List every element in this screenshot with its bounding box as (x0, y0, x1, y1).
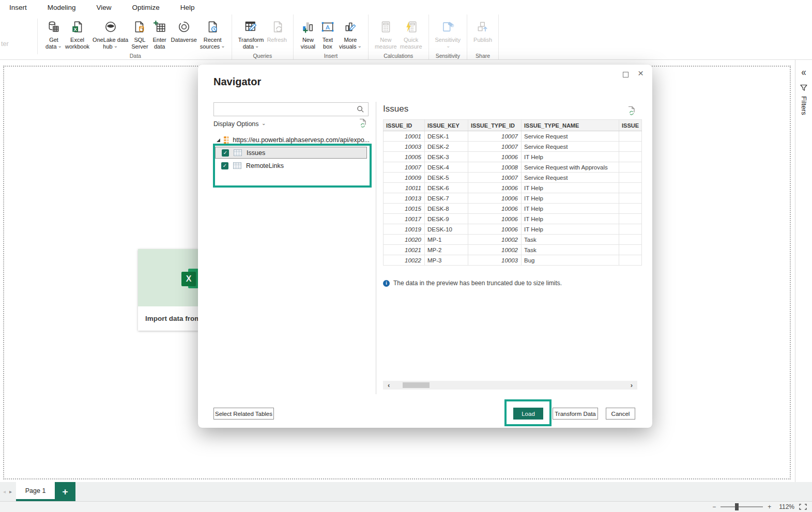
expand-pane-icon[interactable]: « (801, 66, 806, 79)
refresh-button: Refresh (265, 17, 288, 44)
select-related-tables-button[interactable]: Select Related Tables (213, 408, 274, 420)
filters-pane-collapsed: « Filters (795, 60, 812, 482)
more-visuals-button[interactable]: More visuals (338, 17, 363, 51)
chevron-down-icon (220, 43, 225, 50)
table-cell: Service Request with Approvals (522, 162, 619, 173)
table-icon (234, 149, 242, 156)
checkbox-checked-icon[interactable]: ✓ (222, 149, 229, 157)
zoom-in-button[interactable]: + (768, 503, 771, 510)
maximize-icon[interactable] (623, 72, 629, 77)
search-icon[interactable] (357, 105, 364, 113)
display-options-dropdown[interactable]: Display Options (213, 120, 266, 128)
filters-pane-label[interactable]: Filters (800, 96, 808, 115)
new-visual-icon (301, 18, 315, 36)
tree-item-remotelinks[interactable]: ✓ RemoteLinks (215, 160, 367, 172)
menu-item-optimize[interactable]: Optimize (132, 4, 160, 11)
table-cell: MP-2 (425, 245, 468, 255)
table-cell: Service Request (522, 131, 619, 142)
table-cell: 10007 (468, 142, 522, 152)
recent-sources-button[interactable]: Recent sources (198, 17, 227, 51)
table-cell: 10006 (468, 204, 522, 214)
table-cell: 10007 (384, 162, 425, 173)
add-page-button[interactable]: + (55, 482, 75, 501)
ribbon-group-label: Data (39, 53, 232, 59)
excel-logo-icon: X (181, 272, 196, 286)
chevron-down-icon (261, 120, 266, 128)
tab-page-1[interactable]: Page 1 (16, 482, 55, 501)
table-cell: 10017 (384, 214, 425, 224)
zoom-slider-handle[interactable] (735, 503, 739, 510)
ribbon-group-share: Publish Share (467, 14, 499, 59)
ribbon-group-label: Calculations (369, 53, 428, 59)
scrollbar-thumb[interactable] (403, 382, 430, 388)
sql-server-button[interactable]: SQL Server (130, 17, 149, 51)
clipped-ribbon-label: ter (1, 40, 9, 48)
ribbon-group-calculations: New measure Quick measure Calculations (369, 14, 429, 59)
transform-data-button[interactable]: Transform data (237, 17, 266, 51)
excel-workbook-button[interactable]: X Excel workbook (64, 17, 91, 51)
table-cell: 10006 (468, 152, 522, 162)
table-cell: Task (522, 235, 619, 245)
table-row: 10022MP-310003Bug (384, 255, 642, 266)
new-measure-icon (379, 18, 392, 36)
chevron-down-icon (357, 43, 362, 50)
onelake-icon (104, 18, 117, 36)
table-cell: 10021 (384, 245, 425, 255)
dataverse-button[interactable]: Dataverse (170, 17, 198, 44)
zoom-slider[interactable] (721, 506, 763, 507)
scroll-left-icon[interactable]: ‹ (383, 382, 394, 389)
zoom-out-button[interactable]: − (712, 503, 716, 510)
refresh-preview-icon[interactable] (627, 106, 636, 115)
search-input[interactable] (214, 103, 357, 116)
next-page-icon[interactable]: ▸ (9, 489, 12, 494)
pane-divider (376, 102, 376, 394)
text-box-icon: A (320, 18, 335, 36)
preview-table: ISSUE_IDISSUE_KEYISSUE_TYPE_IDISSUE_TYPE… (383, 119, 642, 266)
transform-data-button[interactable]: Transform Data (553, 408, 598, 420)
publish-button: Publish (472, 17, 494, 44)
table-cell: Task (522, 245, 619, 255)
dataverse-icon (177, 18, 191, 36)
prev-page-icon: ◂ (3, 489, 6, 494)
tree-source-node[interactable]: https://eu.powerbi.alphaservesp.com/api/… (213, 134, 370, 146)
cancel-button[interactable]: Cancel (606, 408, 635, 420)
table-cell (619, 214, 642, 224)
zoom-level: 112% (779, 503, 794, 510)
table-row: 10007DESK-410008Service Request with App… (384, 162, 642, 173)
menu-item-modeling[interactable]: Modeling (48, 4, 76, 11)
table-row: 10021MP-210002Task (384, 245, 642, 255)
svg-text:A: A (326, 24, 330, 31)
horizontal-scrollbar[interactable]: ‹ › (383, 381, 637, 390)
refresh-source-icon[interactable] (358, 118, 367, 128)
table-cell (619, 255, 642, 266)
import-excel-card[interactable]: X Import data from (138, 249, 198, 331)
get-data-button[interactable]: Get data (44, 17, 64, 51)
source-url: https://eu.powerbi.alphaservesp.com/api/… (233, 136, 370, 144)
expander-triangle-icon[interactable] (217, 138, 220, 142)
ribbon-group-insert: New visual A Text box More visuals Inser… (294, 14, 369, 59)
checkbox-checked-icon[interactable]: ✓ (221, 162, 228, 169)
ribbon-group-label: Sensitivity (429, 53, 467, 59)
text-box-button[interactable]: A Text box (318, 17, 338, 51)
menu-item-insert[interactable]: Insert (9, 4, 27, 11)
enter-data-button[interactable]: Enter data (150, 17, 170, 51)
table-cell: IT Help (522, 214, 619, 224)
ribbon-group-label: Share (467, 53, 498, 59)
table-cell (619, 224, 642, 235)
menu-item-view[interactable]: View (97, 4, 112, 11)
new-visual-button[interactable]: New visual (298, 17, 318, 51)
tree-item-issues[interactable]: ✓ Issues (215, 147, 367, 159)
close-icon[interactable]: × (638, 68, 644, 79)
load-button[interactable]: Load (513, 408, 543, 420)
onelake-data-hub-button[interactable]: OneLake data hub (91, 17, 130, 51)
table-cell: 10008 (468, 162, 522, 173)
column-header: ISSUE_TYPE_ID (468, 120, 522, 131)
table-cell: MP-1 (425, 235, 468, 245)
table-cell: 10003 (468, 255, 522, 266)
table-cell: 10019 (384, 224, 425, 235)
menu-item-help[interactable]: Help (180, 4, 195, 11)
table-cell (619, 142, 642, 152)
fit-to-page-icon[interactable] (799, 504, 807, 510)
excel-card-art: X (138, 249, 198, 306)
scroll-right-icon[interactable]: › (626, 382, 637, 389)
